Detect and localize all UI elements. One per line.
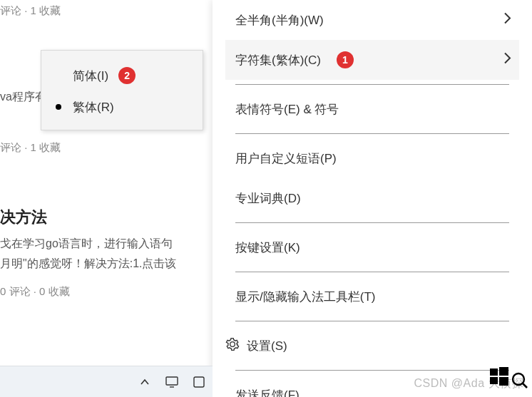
submenu-item-traditional[interactable]: 繁体(R) xyxy=(41,91,203,123)
menu-item-label: 全半角(半角)(W) xyxy=(235,12,324,29)
menu-item-label: 设置(S) xyxy=(247,338,287,354)
menu-separator xyxy=(235,133,509,134)
annotation-badge-2: 2 xyxy=(118,67,135,84)
menu-item-key-settings[interactable]: 按键设置(K) xyxy=(225,227,519,267)
menu-item-toggle-toolbar[interactable]: 显示/隐藏输入法工具栏(T) xyxy=(225,277,519,316)
submenu-item-label: 简体(I) xyxy=(73,68,108,84)
chevron-right-icon xyxy=(503,52,512,68)
svg-rect-1 xyxy=(194,377,204,387)
bg-para2: 月明"的感觉呀！解决方法:1.点击该 xyxy=(0,257,176,272)
menu-item-label: 专业词典(D) xyxy=(235,190,301,207)
menu-item-label: 显示/隐藏输入法工具栏(T) xyxy=(235,289,375,305)
menu-item-user-phrases[interactable]: 用户自定义短语(P) xyxy=(225,138,519,178)
menu-item-charset[interactable]: 字符集(繁体)(C) 1 xyxy=(225,40,519,80)
annotation-badge-1: 1 xyxy=(337,51,354,68)
submenu-item-label: 繁体(R) xyxy=(73,99,114,115)
menu-separator xyxy=(235,321,509,321)
bg-para1: 戈在学习go语言时，进行输入语句 xyxy=(0,237,173,252)
tray-monitor-icon[interactable] xyxy=(165,376,178,388)
svg-rect-4 xyxy=(499,367,508,376)
taskbar xyxy=(0,366,213,397)
menu-item-fullhalf[interactable]: 全半角(半角)(W) xyxy=(225,0,519,40)
menu-item-label: 按键设置(K) xyxy=(235,239,300,256)
gear-icon xyxy=(225,337,240,355)
menu-item-label: 字符集(繁体)(C) xyxy=(235,52,321,68)
submenu-item-simplified[interactable]: 简体(I) 2 xyxy=(41,60,203,91)
windows-logo-icon[interactable] xyxy=(490,367,508,388)
charset-submenu: 简体(I) 2 繁体(R) xyxy=(41,50,203,130)
menu-separator xyxy=(235,222,509,223)
bg-meta-mid: 评论 · 1 收藏 xyxy=(0,141,61,155)
menu-separator xyxy=(235,370,509,371)
svg-rect-5 xyxy=(490,377,498,384)
bg-meta-bottom: 0 评论 · 0 收藏 xyxy=(0,285,70,299)
svg-rect-6 xyxy=(499,377,508,386)
ime-context-menu: 全半角(半角)(W) 字符集(繁体)(C) 1 表情符号(E) & 符号 用户自… xyxy=(213,0,532,397)
menu-item-label: 表情符号(E) & 符号 xyxy=(235,101,339,118)
menu-item-pro-dict[interactable]: 专业词典(D) xyxy=(225,178,519,218)
tray-security-icon[interactable] xyxy=(193,376,205,388)
svg-rect-0 xyxy=(166,377,178,385)
svg-rect-3 xyxy=(490,368,498,376)
menu-separator xyxy=(235,84,509,85)
chevron-right-icon xyxy=(503,12,512,29)
selected-dot-icon xyxy=(56,104,61,110)
svg-point-2 xyxy=(513,373,524,385)
bg-title: 决方法 xyxy=(0,207,47,228)
menu-item-emoji[interactable]: 表情符号(E) & 符号 xyxy=(225,89,519,129)
menu-item-label: 发送反馈(F) xyxy=(235,387,300,398)
tray-chevron-up-icon[interactable] xyxy=(138,376,151,388)
menu-separator xyxy=(235,272,509,272)
menu-item-label: 用户自定义短语(P) xyxy=(235,150,337,167)
bg-line1: va程序有 xyxy=(0,90,46,105)
bg-meta-top: 评论 · 1 收藏 xyxy=(0,4,61,18)
magnifier-icon xyxy=(511,371,529,393)
menu-item-settings[interactable]: 设置(S) xyxy=(225,326,519,366)
